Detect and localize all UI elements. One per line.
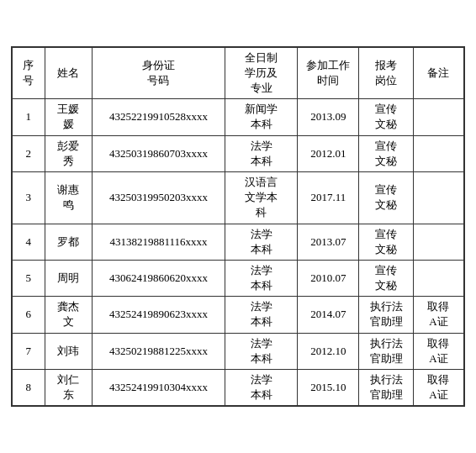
cell-id: 43252419890623xxxx [92,297,225,333]
main-table-container: 序号 姓名 身份证号码 全日制学历及专业 参加工作时间 报考岗位 备注 1王媛 … [11,46,465,408]
header-row: 序号 姓名 身份证号码 全日制学历及专业 参加工作时间 报考岗位 备注 [13,47,464,99]
cell-seq: 3 [13,171,45,224]
cell-seq: 2 [13,135,45,171]
cell-edu: 法学 本科 [225,370,298,406]
cell-note [413,260,463,296]
header-id: 身份证号码 [92,47,225,99]
cell-post: 宣传 文秘 [359,99,413,135]
cell-id: 43250319950203xxxx [92,171,225,224]
cell-name: 王媛 媛 [45,99,92,135]
cell-note: 取得 A证 [413,333,463,369]
cell-id: 43250219881225xxxx [92,333,225,369]
cell-post: 宣传 文秘 [359,224,413,260]
cell-work: 2017.11 [298,171,359,224]
cell-id: 43252419910304xxxx [92,370,225,406]
table-row: 6龚杰 文43252419890623xxxx法学 本科2014.07执行法 官… [13,297,464,333]
cell-id: 43250319860703xxxx [92,135,225,171]
cell-work: 2013.07 [298,224,359,260]
cell-edu: 法学 本科 [225,135,298,171]
cell-id: 43252219910528xxxx [92,99,225,135]
cell-work: 2013.09 [298,99,359,135]
header-name: 姓名 [45,47,92,99]
cell-work: 2015.10 [298,370,359,406]
cell-note [413,135,463,171]
header-note: 备注 [413,47,463,99]
header-post: 报考岗位 [359,47,413,99]
cell-id: 43138219881116xxxx [92,224,225,260]
cell-post: 宣传 文秘 [359,135,413,171]
cell-name: 彭爱 秀 [45,135,92,171]
cell-seq: 1 [13,99,45,135]
cell-name: 周明 [45,260,92,296]
cell-id: 43062419860620xxxx [92,260,225,296]
cell-post: 宣传 文秘 [359,260,413,296]
table-row: 3谢惠 鸣43250319950203xxxx汉语言 文学本 科2017.11宣… [13,171,464,224]
cell-seq: 8 [13,370,45,406]
cell-seq: 6 [13,297,45,333]
cell-post: 宣传 文秘 [359,171,413,224]
cell-work: 2010.07 [298,260,359,296]
cell-note [413,224,463,260]
cell-edu: 法学 本科 [225,333,298,369]
table-row: 5周明43062419860620xxxx法学 本科2010.07宣传 文秘 [13,260,464,296]
cell-post: 执行法 官助理 [359,297,413,333]
cell-seq: 7 [13,333,45,369]
cell-note [413,171,463,224]
data-table: 序号 姓名 身份证号码 全日制学历及专业 参加工作时间 报考岗位 备注 1王媛 … [12,47,464,407]
cell-name: 龚杰 文 [45,297,92,333]
header-work: 参加工作时间 [298,47,359,99]
cell-edu: 法学 本科 [225,260,298,296]
cell-post: 执行法 官助理 [359,333,413,369]
table-row: 8刘仁 东43252419910304xxxx法学 本科2015.10执行法 官… [13,370,464,406]
cell-note: 取得 A证 [413,297,463,333]
cell-name: 罗都 [45,224,92,260]
cell-edu: 法学 本科 [225,297,298,333]
cell-name: 谢惠 鸣 [45,171,92,224]
header-edu: 全日制学历及专业 [225,47,298,99]
cell-edu: 汉语言 文学本 科 [225,171,298,224]
cell-post: 执行法 官助理 [359,370,413,406]
cell-note [413,99,463,135]
table-row: 7刘玮43250219881225xxxx法学 本科2012.10执行法 官助理… [13,333,464,369]
table-row: 2彭爱 秀43250319860703xxxx法学 本科2012.01宣传 文秘 [13,135,464,171]
cell-name: 刘仁 东 [45,370,92,406]
table-row: 1王媛 媛43252219910528xxxx新闻学 本科2013.09宣传 文… [13,99,464,135]
cell-work: 2012.10 [298,333,359,369]
table-row: 4罗都43138219881116xxxx法学 本科2013.07宣传 文秘 [13,224,464,260]
cell-edu: 新闻学 本科 [225,99,298,135]
cell-edu: 法学 本科 [225,224,298,260]
cell-work: 2012.01 [298,135,359,171]
header-seq: 序号 [13,47,45,99]
cell-work: 2014.07 [298,297,359,333]
cell-seq: 4 [13,224,45,260]
cell-seq: 5 [13,260,45,296]
cell-note: 取得 A证 [413,370,463,406]
cell-name: 刘玮 [45,333,92,369]
